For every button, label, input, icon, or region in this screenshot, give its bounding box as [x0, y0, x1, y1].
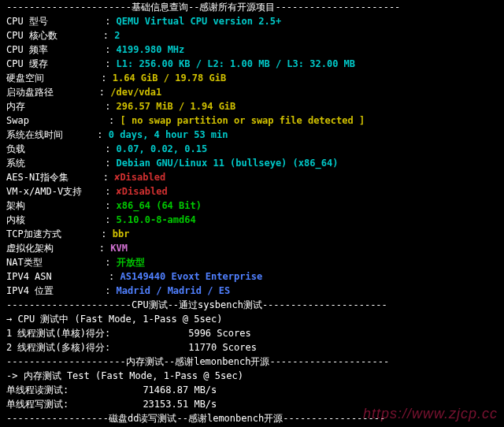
cpu-multi-label: 2 线程测试(多核)得分:	[6, 342, 110, 353]
aesni-label: AES-NI指令集	[6, 170, 69, 184]
nat-type: 开放型	[117, 257, 145, 268]
system: Debian GNU/Linux 11 (bullseye) (x86_64)	[117, 158, 339, 169]
asn: AS149440 Evoxt Enterprise	[120, 271, 263, 282]
location: Madrid / Madrid / ES	[117, 285, 231, 296]
asn-label: IPV4 ASN	[6, 269, 52, 284]
kernel-label: 内核	[6, 213, 25, 227]
cpu-model-label: CPU 型号	[6, 14, 48, 28]
disk-label: 硬盘空间	[6, 71, 44, 85]
vmx-label: VM-x/AMD-V支持	[6, 184, 82, 199]
uptime-label: 系统在线时间	[6, 128, 63, 142]
load-label: 负载	[6, 142, 25, 156]
mem-test-mode: -> 内存测试 Test (Fast Mode, 1-Pass @ 5sec)	[6, 369, 498, 383]
mem-write: 23153.51 MB/s	[143, 399, 217, 410]
tcp-cc: bbr	[113, 228, 130, 239]
mem-write-label: 单线程写测试:	[6, 399, 69, 410]
mem-read: 71468.87 MB/s	[143, 384, 217, 395]
aesni-status: ✘Disabled	[114, 172, 165, 183]
cpu-single-score: 5996 Scores	[188, 328, 250, 339]
cross-icon: ✘	[117, 186, 122, 197]
cpu-freq-label: CPU 频率	[6, 43, 48, 57]
boot-path: /dev/vda1	[110, 87, 161, 98]
kernel: 5.10.0-8-amd64	[117, 214, 196, 225]
bootpath-label: 启动盘路径	[6, 85, 54, 99]
mem-read-label: 单线程读测试:	[6, 384, 69, 395]
cpu-cache-label: CPU 缓存	[6, 57, 48, 71]
cpu-cores: 2	[114, 30, 120, 41]
cpu-model: QEMU Virtual CPU version 2.5+	[117, 16, 282, 27]
memory: 296.57 MiB / 1.94 GiB	[117, 101, 236, 112]
virt: KVM	[110, 243, 128, 254]
uptime: 0 days, 4 hour 53 min	[109, 129, 228, 140]
virt-label: 虚拟化架构	[6, 241, 54, 255]
section-basic-header: 基础信息查询--感谢所有开源项目	[132, 2, 275, 13]
tcp-label: TCP加速方式	[6, 227, 61, 241]
cpu-freq: 4199.980 MHz	[117, 44, 185, 55]
nat-label: NAT类型	[6, 255, 43, 269]
memory-label: 内存	[6, 99, 25, 113]
section-mem-header: 内存测试--感谢lemonbench开源	[126, 356, 270, 367]
swap: [ no swap partition or swap file detecte…	[120, 115, 365, 126]
cpu-cores-label: CPU 核心数	[6, 28, 57, 43]
arch-label: 架构	[6, 199, 25, 213]
loc-label: IPV4 位置	[6, 284, 54, 298]
section-disk-header: 磁盘dd读写测试--感谢lemonbench开源	[109, 413, 283, 424]
system-label: 系统	[6, 156, 25, 170]
vmx-status: ✘Disabled	[117, 186, 168, 197]
terminal-output: ----------------------基础信息查询--感谢所有开源项目--…	[0, 0, 504, 427]
section-cpu-header: CPU测试--通过sysbench测试	[132, 299, 262, 310]
swap-label: Swap	[6, 113, 29, 128]
cpu-cache: L1: 256.00 KB / L2: 1.00 MB / L3: 32.00 …	[117, 58, 355, 69]
disk-space: 1.64 GiB / 19.78 GiB	[113, 72, 227, 84]
cpu-multi-score: 11770 Scores	[188, 342, 257, 353]
arch: x86_64 (64 Bit)	[117, 200, 202, 211]
load: 0.07, 0.02, 0.15	[117, 143, 208, 154]
cpu-test-mode: → CPU 测试中 (Fast Mode, 1-Pass @ 5sec)	[6, 312, 498, 326]
cpu-single-label: 1 线程测试(单核)得分:	[6, 328, 110, 339]
